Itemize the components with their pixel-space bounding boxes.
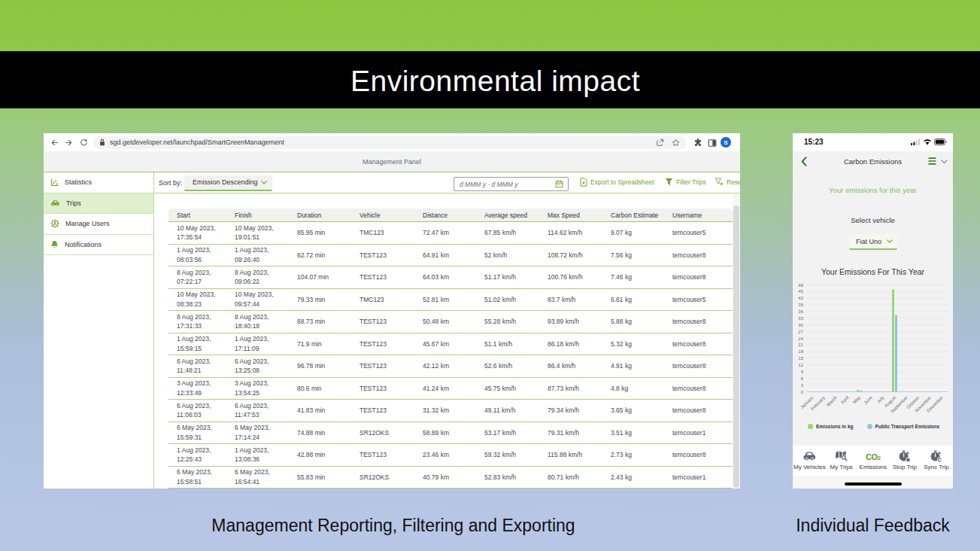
reset-filter-button[interactable]: Rese xyxy=(715,178,740,186)
map-search-icon xyxy=(835,450,848,461)
scrollbar[interactable] xyxy=(733,193,740,489)
svg-text:3: 3 xyxy=(801,383,804,388)
phone-screenshot: 15:23 Carbon Emissions Your emissions fo… xyxy=(793,133,953,489)
table-cell: temcouser8 xyxy=(672,384,733,393)
table-row[interactable]: 1 Aug 2023, 08:03:561 Aug 2023, 09:26:40… xyxy=(168,245,733,267)
caption-management: Management Reporting, Filtering and Expo… xyxy=(45,517,742,534)
table-cell: 5.88 kg xyxy=(611,317,672,326)
table-cell: 53.17 km/h xyxy=(484,428,548,437)
svg-text:9: 9 xyxy=(801,370,804,374)
share-icon[interactable] xyxy=(656,139,664,147)
table-row[interactable]: 6 May 2023, 15:59:316 May 2023, 17:14:24… xyxy=(168,422,733,445)
table-cell: 52.6 km/h xyxy=(484,361,548,370)
menu-icon[interactable] xyxy=(928,157,936,165)
trips-table: StartFinishDurationVehicleDistanceAverag… xyxy=(168,209,733,489)
filter-button[interactable]: Filter Trips xyxy=(665,178,706,186)
table-cell: temcouser8 xyxy=(672,272,733,282)
table-row[interactable]: 10 May 2023, 08:38:2310 May 2023, 09:57:… xyxy=(168,289,733,312)
sidebar-item-manage-users[interactable]: Manage Users xyxy=(44,214,153,235)
table-cell: 9.07 kg xyxy=(611,228,672,237)
svg-text:May: May xyxy=(852,395,861,404)
sidebar-item-label: Notifications xyxy=(65,241,102,248)
tab-sync-trip[interactable]: Sync Trip xyxy=(921,446,952,476)
table-cell: TEST123 xyxy=(360,251,423,260)
sidebar-item-notifications[interactable]: Notifications xyxy=(44,235,153,256)
table-cell: 2.43 kg xyxy=(611,473,672,482)
stopwatch-sync-icon xyxy=(930,450,942,461)
lock-icon[interactable] xyxy=(99,139,105,146)
table-cell: 41.24 km xyxy=(423,384,484,393)
table-cell: 52.81 km xyxy=(423,295,484,304)
table-cell: temcouser5 xyxy=(672,295,733,304)
table-row[interactable]: 1 Aug 2023, 15:59:151 Aug 2023, 17:11:09… xyxy=(168,333,733,356)
date-range-input[interactable]: d MMM y - d MMM y xyxy=(454,177,569,191)
funnel-x-icon xyxy=(715,178,724,186)
svg-text:April: April xyxy=(840,395,850,405)
bell-icon xyxy=(50,240,59,249)
table-row[interactable]: 6 May 2023, 15:58:516 May 2023, 16:54:41… xyxy=(168,467,733,489)
table-cell: temcouser5 xyxy=(672,228,733,237)
url-text[interactable]: sgd.getdeveloper.net/launchpad/SmartGree… xyxy=(110,139,656,146)
svg-text:June: June xyxy=(863,394,873,405)
table-row[interactable]: 8 Aug 2023, 07:22:178 Aug 2023, 09:06:22… xyxy=(168,266,733,289)
sidebar-item-trips[interactable]: Trips xyxy=(44,193,153,215)
tab-label: Emissions xyxy=(860,464,887,470)
svg-text:March: March xyxy=(826,395,838,407)
table-cell: 86.4 km/h xyxy=(548,361,611,370)
tab-stop-trip[interactable]: Stop Trip xyxy=(889,446,921,476)
scrollbar-thumb[interactable] xyxy=(733,205,739,488)
legend-label-emissions: Emissions in kg xyxy=(816,424,854,429)
legend-dot-public xyxy=(867,424,872,429)
side-panel-icon[interactable] xyxy=(708,139,717,148)
table-row[interactable]: 6 Aug 2023, 11:48:216 Aug 2023, 13:25:08… xyxy=(168,355,733,378)
tab-emissions[interactable]: CO2Emissions xyxy=(857,446,889,476)
back-icon[interactable] xyxy=(50,139,59,147)
legend-label-public: Public Transport Emissions xyxy=(875,424,940,429)
table-cell: 6 May 2023, 16:54:41 xyxy=(235,467,297,486)
car-icon xyxy=(50,199,60,207)
home-indicator-area xyxy=(793,476,953,489)
calendar-icon[interactable] xyxy=(555,180,563,188)
table-cell: 55.83 min xyxy=(297,473,360,482)
wifi-icon xyxy=(923,139,932,145)
svg-text:27: 27 xyxy=(798,330,803,334)
sort-select[interactable]: Emission Descending xyxy=(184,175,272,191)
profile-avatar[interactable]: S xyxy=(721,137,731,148)
table-row[interactable]: 8 Aug 2023, 17:31:338 Aug 2023, 18:40:18… xyxy=(168,311,733,333)
table-header: StartFinishDurationVehicleDistanceAverag… xyxy=(168,209,733,222)
emissions-heading: Your emissions for this year xyxy=(793,186,953,194)
extensions-icon[interactable] xyxy=(693,139,702,148)
table-cell: 3 Aug 2023, 12:33:49 xyxy=(177,379,235,397)
browser-content: Statistics Trips Manage Users Notificati… xyxy=(44,172,740,489)
sidebar: Statistics Trips Manage Users Notificati… xyxy=(44,172,154,489)
home-indicator[interactable] xyxy=(845,483,902,486)
tab-my-trips[interactable]: My Trips xyxy=(826,446,857,476)
table-cell: 1 Aug 2023, 09:26:40 xyxy=(235,245,297,264)
slide-title: Environmental impact xyxy=(340,62,640,98)
address-bar[interactable]: sgd.getdeveloper.net/launchpad/SmartGree… xyxy=(93,136,687,149)
column-header: Username xyxy=(672,212,733,219)
table-cell: 50.48 km xyxy=(423,317,484,326)
app-header-title: Management Panel xyxy=(363,158,421,166)
export-button[interactable]: Export to Spreadsheet xyxy=(580,178,654,187)
table-row[interactable]: 1 Aug 2023, 12:25:431 Aug 2023, 13:08:36… xyxy=(168,444,733,467)
svg-text:39: 39 xyxy=(798,303,803,307)
table-row[interactable]: 3 Aug 2023, 12:33:493 Aug 2023, 13:54:25… xyxy=(168,378,733,400)
vehicle-select[interactable]: Fiat Uno xyxy=(849,234,897,250)
reload-icon[interactable] xyxy=(80,139,88,147)
stats-icon xyxy=(50,178,59,187)
table-row[interactable]: 6 Aug 2023, 11:06:036 Aug 2023, 11:47:53… xyxy=(168,400,733,422)
svg-text:33: 33 xyxy=(798,316,803,321)
table-cell: 71.9 min xyxy=(297,339,360,349)
bookmark-star-icon[interactable] xyxy=(672,139,680,147)
tab-my-vehicles[interactable]: My Vehicles xyxy=(793,446,826,476)
nav-chevron-down-icon[interactable] xyxy=(941,160,948,164)
table-cell: 5.32 kg xyxy=(611,339,672,349)
svg-text:15: 15 xyxy=(798,356,803,361)
table-cell: 114.62 km/h xyxy=(548,228,611,237)
forward-icon[interactable] xyxy=(65,139,73,147)
sidebar-item-statistics[interactable]: Statistics xyxy=(44,172,153,193)
table-cell: TMC123 xyxy=(360,228,423,237)
table-row[interactable]: 10 May 2023, 17:35:5410 May 2023, 19:01:… xyxy=(168,222,733,245)
table-cell: 51.1 km/h xyxy=(484,339,548,349)
